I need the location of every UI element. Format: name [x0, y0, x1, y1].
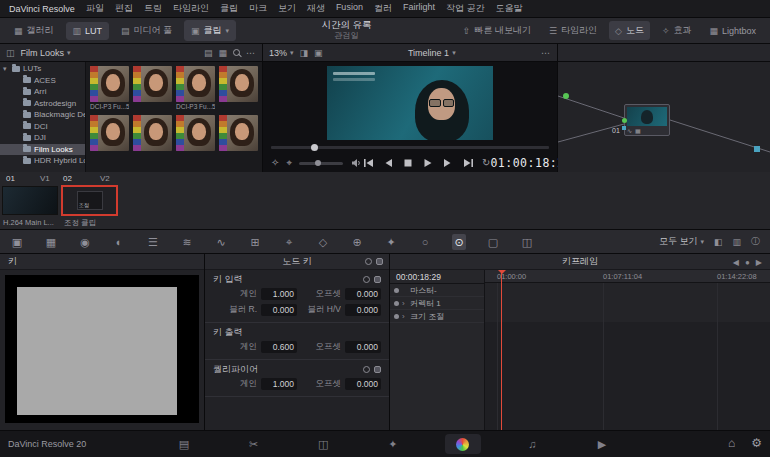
highlight-toggle-icon[interactable]: [365, 258, 372, 265]
menu-item[interactable]: 마크: [249, 2, 267, 15]
loop-button[interactable]: ↻: [482, 158, 490, 168]
prev-keyframe-icon[interactable]: ◀: [733, 258, 739, 267]
lut-thumbnail[interactable]: [219, 66, 258, 111]
next-frame-button[interactable]: [442, 157, 454, 169]
add-keyframe-icon[interactable]: ●: [745, 258, 750, 267]
thumbnail-view-icon[interactable]: ▤: [204, 48, 213, 58]
page-color-button[interactable]: [445, 434, 481, 454]
page-edit-button[interactable]: ◫: [305, 434, 341, 454]
lut-tree-item[interactable]: Blackmagic De...: [0, 109, 85, 121]
timeline-clip-2-selected[interactable]: 조정: [61, 185, 118, 216]
palette-tool-icon[interactable]: ⌖: [282, 234, 296, 250]
gallery-button[interactable]: ▦ 갤러리: [8, 21, 60, 40]
parameter-value-field[interactable]: 0.000: [345, 304, 381, 316]
lut-options-icon[interactable]: ⋯: [246, 48, 256, 58]
grab-tool-icon[interactable]: ✧: [271, 158, 279, 168]
lut-tree-item[interactable]: ▾ LUTs: [0, 63, 85, 75]
split-view-icon[interactable]: ◧: [714, 237, 723, 247]
menu-item[interactable]: 도움말: [495, 2, 522, 15]
lut-tree-item[interactable]: HDR Hybrid Lo...: [0, 155, 85, 167]
palette-tool-icon[interactable]: ∿: [214, 234, 228, 250]
keyframes-ruler[interactable]: 01:00:0001:07:11:0401:14:22:08: [485, 270, 770, 283]
expand-chevron-icon[interactable]: ›: [402, 299, 407, 308]
menu-item[interactable]: 컬러: [374, 2, 392, 15]
lut-thumbnail[interactable]: [219, 115, 258, 160]
scopes-icon[interactable]: ▥: [732, 237, 741, 247]
keyframes-grid[interactable]: 01:00:0001:07:11:0401:14:22:08: [485, 270, 770, 430]
palette-tool-icon[interactable]: ◐: [112, 234, 126, 250]
lightbox-button[interactable]: ▦ Lightbox: [703, 23, 762, 39]
lut-tree-item[interactable]: Arri: [0, 86, 85, 98]
lut-thumbnail[interactable]: [90, 115, 129, 160]
corrector-node[interactable]: 01 ∿ ▦: [624, 104, 670, 136]
palette-tool-icon[interactable]: ≋: [180, 234, 194, 250]
parameter-value-field[interactable]: 1.000: [261, 378, 297, 390]
invert-toggle-icon[interactable]: [363, 366, 370, 373]
wipe-mode-icon[interactable]: ◨: [300, 48, 309, 58]
picker-tool-icon[interactable]: ⌖: [286, 158, 292, 168]
expand-chevron-icon[interactable]: ›: [402, 312, 407, 321]
viewer-zoom-dropdown[interactable]: 13% ▾: [269, 48, 294, 58]
stop-button[interactable]: [402, 157, 414, 169]
list-view-icon[interactable]: ▦: [218, 48, 227, 58]
page-cut-button[interactable]: ✂: [236, 434, 272, 454]
search-icon[interactable]: [233, 49, 240, 56]
timeline-clip-1[interactable]: [2, 186, 58, 215]
keyframe-track-row[interactable]: 마스터-: [390, 284, 484, 297]
viewer-scrub-bar[interactable]: [271, 146, 549, 149]
lut-thumbnail[interactable]: [133, 115, 172, 160]
menu-item[interactable]: 타임라인: [173, 2, 209, 15]
info-icon[interactable]: ⓘ: [751, 235, 760, 248]
clip-mode-button[interactable]: ▣ 클립 ▾: [184, 20, 236, 41]
mask-toggle-icon[interactable]: [374, 366, 381, 373]
lut-thumbnail[interactable]: [133, 66, 172, 111]
palette-tool-icon[interactable]: ⊙: [452, 234, 466, 250]
enable-dot-icon[interactable]: [394, 301, 399, 306]
menu-item[interactable]: 클립: [220, 2, 238, 15]
lut-thumbnail[interactable]: DCI-P3 Fu...513DI D55: [90, 66, 129, 111]
settings-gear-icon[interactable]: ⚙: [751, 436, 762, 450]
parameter-value-field[interactable]: 0.000: [345, 378, 381, 390]
next-keyframe-icon[interactable]: ▶: [756, 258, 762, 267]
effects-panel-button[interactable]: ✧ 효과: [656, 21, 698, 40]
menu-item[interactable]: 파일: [86, 2, 104, 15]
menu-item[interactable]: Fairlight: [403, 2, 435, 15]
page-deliver-button[interactable]: ▶: [584, 434, 620, 454]
image-mode-icon[interactable]: ▣: [314, 48, 323, 58]
palette-tool-icon[interactable]: ○: [418, 234, 432, 250]
menu-item[interactable]: 트림: [144, 2, 162, 15]
menu-item[interactable]: Fusion: [336, 2, 363, 15]
viewer-options-icon[interactable]: ⋯: [541, 48, 551, 58]
play-button[interactable]: [422, 157, 434, 169]
parameter-value-field[interactable]: 0.000: [261, 304, 297, 316]
parameter-value-field[interactable]: 0.600: [261, 341, 297, 353]
palette-tool-icon[interactable]: ◉: [78, 234, 92, 250]
prev-frame-button[interactable]: [382, 157, 394, 169]
playhead[interactable]: [501, 270, 502, 430]
page-media-button[interactable]: ▤: [166, 434, 202, 454]
palette-tool-icon[interactable]: ☰: [146, 234, 160, 250]
lut-tree-item[interactable]: ACES: [0, 75, 85, 87]
menu-item[interactable]: 보기: [278, 2, 296, 15]
menu-item[interactable]: 작업 공간: [446, 2, 485, 15]
palette-tool-icon[interactable]: ⊕: [350, 234, 364, 250]
quick-export-button[interactable]: ⇧ 빠른 내보내기: [457, 21, 537, 40]
matte-toggle-icon[interactable]: [376, 258, 383, 265]
media-pool-button[interactable]: ▤ 미디어 풀: [115, 21, 178, 40]
enable-dot-icon[interactable]: [394, 314, 399, 319]
timeline-panel-button[interactable]: ☰ 타임라인: [543, 21, 603, 40]
lut-button[interactable]: ▥ LUT: [66, 22, 110, 40]
timeline-selector-dropdown[interactable]: Timeline 1 ▾: [408, 48, 456, 58]
invert-toggle-icon[interactable]: [363, 276, 370, 283]
palette-tool-icon[interactable]: ⊞: [248, 234, 262, 250]
nodes-panel-button[interactable]: ◇ 노드: [609, 21, 650, 40]
keyframe-track-row[interactable]: › 커렉터 1: [390, 297, 484, 310]
enable-dot-icon[interactable]: [394, 288, 399, 293]
palette-tool-icon[interactable]: ◫: [520, 234, 534, 250]
speaker-icon[interactable]: [350, 157, 362, 169]
palette-tool-icon[interactable]: ✦: [384, 234, 398, 250]
menu-item[interactable]: 편집: [115, 2, 133, 15]
lut-tree-item[interactable]: Astrodesign: [0, 98, 85, 110]
lut-thumbnail[interactable]: [176, 115, 215, 160]
view-all-dropdown[interactable]: 모두 보기 ▾: [659, 235, 704, 248]
